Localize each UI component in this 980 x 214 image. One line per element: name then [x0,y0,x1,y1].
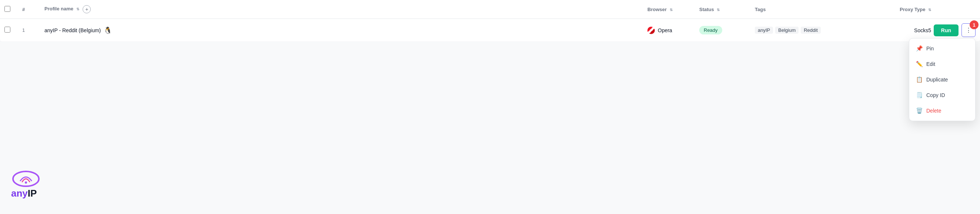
menu-item-duplicate[interactable]: 📋 Duplicate [909,72,975,87]
menu-item-label: Delete [926,108,941,114]
header-checkbox-col [0,0,18,19]
edit-icon: ✏️ [916,61,923,67]
header-tags-col: Tags [750,0,861,19]
logo-any: any [11,188,28,199]
menu-item-label: Copy ID [926,92,945,98]
header-profile-label: Profile name [45,6,73,11]
header-proxy-col: Proxy Type ⇅ [861,0,935,19]
select-all-checkbox[interactable] [5,6,10,12]
row-num-cell: 1 [18,19,40,42]
logo-area: anyIP [11,168,56,199]
tag-item: Belgium [775,27,799,34]
tag-item: anyIP [755,27,773,34]
logo-svg [11,168,56,190]
profile-flag-icon: 🐧 [104,26,112,35]
row-tags-cell: anyIPBelgiumReddit [750,19,861,42]
header-proxy-label: Proxy Type [900,7,925,12]
profile-name-text: anyIP - Reddit (Belgium) [45,27,101,33]
more-button-wrapper: ⋮ 1 📌 Pin ✏️ Edit [960,23,975,37]
tag-item: Reddit [801,27,821,34]
profile-table-container: # Profile name ⇅ + Browser ⇅ Status ⇅ Ta… [0,0,980,42]
status-badge: Ready [699,26,722,35]
row-checkbox-cell [0,19,18,42]
browser-sort-icon: ⇅ [670,8,673,12]
table-row: 1 anyIP - Reddit (Belgium) 🐧 Opera Ready… [0,19,980,42]
profile-sort-icon: ⇅ [76,7,79,11]
duplicate-icon: 📋 [916,76,923,83]
profile-table: # Profile name ⇅ + Browser ⇅ Status ⇅ Ta… [0,0,980,42]
menu-item-edit[interactable]: ✏️ Edit [909,56,975,72]
menu-item-pin[interactable]: 📌 Pin [909,41,975,56]
menu-item-label: Pin [926,46,934,51]
header-num-col: # [18,0,40,19]
browser-cell-inner: Opera [648,27,690,34]
proxy-sort-icon: ⇅ [928,8,931,12]
header-actions-col [935,0,980,19]
run-button[interactable]: Run [934,24,959,36]
svg-point-1 [25,181,27,184]
menu-item-delete[interactable]: 🗑️ Delete [909,103,975,119]
delete-icon: 🗑️ [916,107,923,114]
tags-wrapper: anyIPBelgiumReddit [755,27,857,34]
copy-id-icon: 🗒️ [916,92,923,98]
menu-item-label: Edit [926,61,935,67]
row-browser-cell: Opera [643,19,695,42]
menu-item-copy-id[interactable]: 🗒️ Copy ID [909,87,975,103]
header-tags-label: Tags [755,7,765,12]
table-header-row: # Profile name ⇅ + Browser ⇅ Status ⇅ Ta… [0,0,980,19]
header-status-col: Status ⇅ [695,0,750,19]
header-browser-col: Browser ⇅ [643,0,695,19]
menu-item-label: Duplicate [926,77,948,82]
pin-icon: 📌 [916,45,923,52]
context-menu: 📌 Pin ✏️ Edit 📋 Duplicate [909,38,975,121]
profile-name-wrapper: anyIP - Reddit (Belgium) 🐧 [45,26,638,35]
notification-badge: 1 [970,21,978,29]
add-profile-button[interactable]: + [83,5,91,13]
header-profile-col: Profile name ⇅ + [40,0,643,19]
header-status-label: Status [699,7,714,12]
logo-ip: IP [28,188,37,199]
header-browser-label: Browser [648,7,667,12]
header-num-label: # [22,7,25,12]
status-sort-icon: ⇅ [717,8,720,12]
actions-wrapper: Run ⋮ 1 📌 Pin ✏️ [940,23,975,37]
row-actions-cell: Run ⋮ 1 📌 Pin ✏️ [935,19,980,42]
row-checkbox[interactable] [5,27,10,33]
browser-name: Opera [658,27,672,33]
opera-icon [648,27,655,34]
row-profile-cell: anyIP - Reddit (Belgium) 🐧 [40,19,643,42]
row-status-cell: Ready [695,19,750,42]
